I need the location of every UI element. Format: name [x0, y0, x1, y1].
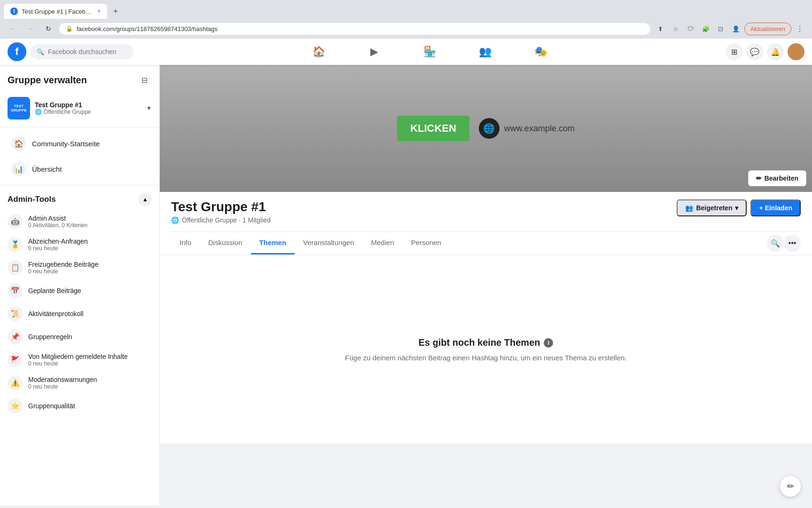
sidebar-item-overview[interactable]: 📊 Übersicht — [4, 157, 156, 181]
group-dropdown-arrow[interactable]: ▼ — [146, 105, 152, 111]
invite-button[interactable]: + Einladen — [750, 199, 801, 216]
themes-empty-subtitle: Füge zu deinem nächsten Beitrag einen Ha… — [345, 354, 626, 362]
warnings-text: Moderationswarnungen 0 neu heute — [28, 376, 152, 390]
tab-title: Test Gruppe #1 | Facebook — [22, 8, 94, 15]
tab-medien[interactable]: Medien — [363, 232, 403, 254]
rules-icon: 📌 — [8, 329, 23, 344]
reported-text: Von Mitgliedern gemeldete Inhalte 0 neu … — [28, 353, 152, 367]
sidebar-header: Gruppe verwalten ⊟ — [0, 72, 159, 93]
group-title-row: Test Gruppe #1 🌐 Öffentliche Gruppe · 1 … — [171, 199, 801, 230]
messenger-button[interactable]: 💬 — [746, 43, 763, 60]
tab-themen[interactable]: Themen — [251, 232, 295, 254]
tab-diskussion[interactable]: Diskussion — [200, 232, 251, 254]
group-item[interactable]: TESTGRUPPE Test Gruppe #1 🌐 Öffentliche … — [0, 93, 159, 123]
cover-edit-button[interactable]: ✏ Bearbeiten — [748, 170, 806, 186]
admin-item-scheduled[interactable]: 📅 Geplante Beiträge — [0, 279, 159, 302]
admin-item-badges[interactable]: 🏅 Abzeichen-Anfragen 0 neu heute — [0, 233, 159, 256]
new-tab-button[interactable]: + — [109, 5, 122, 18]
badges-text: Abzeichen-Anfragen 0 neu heute — [28, 238, 152, 252]
log-text: Aktivitätenprotokoll — [28, 310, 152, 318]
tab-more-button[interactable]: ••• — [784, 235, 801, 252]
admin-item-log[interactable]: 📜 Aktivitätenprotokoll — [0, 302, 159, 325]
themes-empty-title: Es gibt noch keine Themen i — [419, 337, 554, 348]
sidebar-title: Gruppe verwalten — [8, 75, 87, 86]
profile-icon[interactable]: 👤 — [729, 22, 742, 35]
nav-home-button[interactable]: 🏠 — [293, 40, 344, 63]
reported-icon: 🚩 — [8, 352, 23, 367]
nav-right: ⊞ 💬 🔔 — [726, 43, 804, 60]
nav-marketplace-button[interactable]: 🏪 — [404, 40, 455, 63]
cover-image: KLICKEN 🌐 www.example.com ✏ Bearbeiten — [160, 65, 812, 192]
tab-veranstaltungen[interactable]: Veranstaltungen — [295, 232, 362, 254]
group-tabs: Info Diskussion Themen Veranstaltungen M… — [171, 231, 801, 254]
community-icon: 🏠 — [11, 136, 26, 151]
update-button[interactable]: Aktualisieren — [744, 23, 791, 35]
badges-icon: 🏅 — [8, 237, 23, 252]
group-type: 🌐 Öffentliche Gruppe — [35, 109, 141, 115]
admin-assist-text: Admin Assist 0 Aktivitäten, 0 Kriterien — [28, 214, 152, 229]
facebook-header: f 🔍 🏠 ▶ 🏪 👥 🎭 ⊞ 💬 🔔 — [0, 39, 812, 65]
community-label: Community-Startseite — [32, 140, 100, 148]
bookmark-icon[interactable]: ☆ — [669, 22, 682, 35]
nav-gaming-button[interactable]: 🎭 — [515, 40, 566, 63]
pencil-icon: ✏ — [756, 175, 762, 182]
tab-close-btn[interactable]: × — [97, 8, 101, 15]
puzzle-icon[interactable]: 🧩 — [699, 22, 712, 35]
reload-button[interactable]: ↻ — [41, 22, 55, 36]
joined-button[interactable]: 👥 Beigetreten ▾ — [677, 199, 747, 216]
admin-tools-toggle[interactable]: ▲ — [139, 193, 152, 206]
share-icon[interactable]: ⬆ — [654, 22, 667, 35]
tab-search-button[interactable]: 🔍 — [767, 235, 784, 252]
split-icon[interactable]: ⊡ — [714, 22, 727, 35]
notifications-button[interactable]: 🔔 — [767, 43, 784, 60]
cover-content: KLICKEN 🌐 www.example.com — [388, 106, 584, 151]
avatar[interactable] — [788, 43, 804, 60]
admin-tools-title: Admin-Tools — [8, 195, 56, 204]
active-tab[interactable]: f Test Gruppe #1 | Facebook × — [4, 4, 107, 19]
main-layout: Gruppe verwalten ⊟ TESTGRUPPE Test Grupp… — [0, 65, 812, 505]
float-edit-icon: ✏ — [787, 481, 794, 492]
search-box[interactable]: 🔍 — [30, 44, 133, 59]
nav-video-button[interactable]: ▶ — [348, 40, 400, 63]
info-circle-icon[interactable]: i — [544, 338, 553, 348]
browser-actions: ⬆ ☆ 🛡 🧩 ⊡ 👤 Aktualisieren ⋮ — [654, 22, 806, 35]
sidebar: Gruppe verwalten ⊟ TESTGRUPPE Test Grupp… — [0, 65, 160, 505]
tab-bar: f Test Gruppe #1 | Facebook × + — [0, 0, 812, 19]
group-name: Test Gruppe #1 — [35, 101, 141, 109]
admin-item-rules[interactable]: 📌 Gruppenregeln — [0, 325, 159, 348]
forward-button[interactable]: → — [23, 22, 38, 36]
apps-button[interactable]: ⊞ — [726, 43, 742, 60]
log-icon: 📜 — [8, 306, 23, 321]
overview-label: Übersicht — [32, 165, 62, 173]
tab-info[interactable]: Info — [171, 232, 200, 254]
float-edit-button[interactable]: ✏ — [780, 476, 801, 497]
nav-groups-button[interactable]: 👥 — [459, 40, 511, 63]
sidebar-item-community[interactable]: 🏠 Community-Startseite — [4, 131, 156, 156]
admin-item-quality[interactable]: ⭐ Gruppenqualität — [0, 395, 159, 417]
browser-menu-button[interactable]: ⋮ — [793, 22, 806, 35]
search-input[interactable] — [48, 48, 130, 56]
sidebar-manage-icon[interactable]: ⊟ — [137, 72, 152, 87]
klicken-button: KLICKEN — [397, 116, 469, 141]
back-button[interactable]: ← — [6, 22, 20, 36]
admin-item-assist[interactable]: 🤖 Admin Assist 0 Aktivitäten, 0 Kriterie… — [0, 210, 159, 233]
group-meta: 🌐 Öffentliche Gruppe · 1 Mitglied — [171, 216, 271, 224]
search-icon: 🔍 — [37, 48, 44, 56]
joined-checkmark-icon: 👥 — [685, 204, 693, 212]
admin-assist-icon: 🤖 — [8, 214, 23, 229]
globe-icon: 🌐 — [479, 118, 500, 139]
extension-icon[interactable]: 🛡 — [684, 22, 697, 35]
group-page-title: Test Gruppe #1 — [171, 199, 271, 214]
group-actions: 👥 Beigetreten ▾ + Einladen — [677, 199, 801, 216]
scheduled-icon: 📅 — [8, 283, 23, 298]
admin-item-pending[interactable]: 📋 Freizugebende Beiträge 0 neu heute — [0, 256, 159, 279]
admin-item-warnings[interactable]: ⚠️ Moderationswarnungen 0 neu heute — [0, 372, 159, 394]
group-title-block: Test Gruppe #1 🌐 Öffentliche Gruppe · 1 … — [171, 199, 271, 224]
tab-personen[interactable]: Personen — [403, 232, 450, 254]
group-info: Test Gruppe #1 🌐 Öffentliche Gruppe — [35, 101, 141, 115]
quality-icon: ⭐ — [8, 398, 23, 413]
invite-plus-icon: + — [759, 204, 763, 212]
nav-center: 🏠 ▶ 🏪 👥 🎭 — [137, 40, 722, 63]
address-bar[interactable]: 🔒 facebook.com/groups/1187626598741303/h… — [59, 23, 650, 35]
admin-item-reported[interactable]: 🚩 Von Mitgliedern gemeldete Inhalte 0 ne… — [0, 349, 159, 371]
